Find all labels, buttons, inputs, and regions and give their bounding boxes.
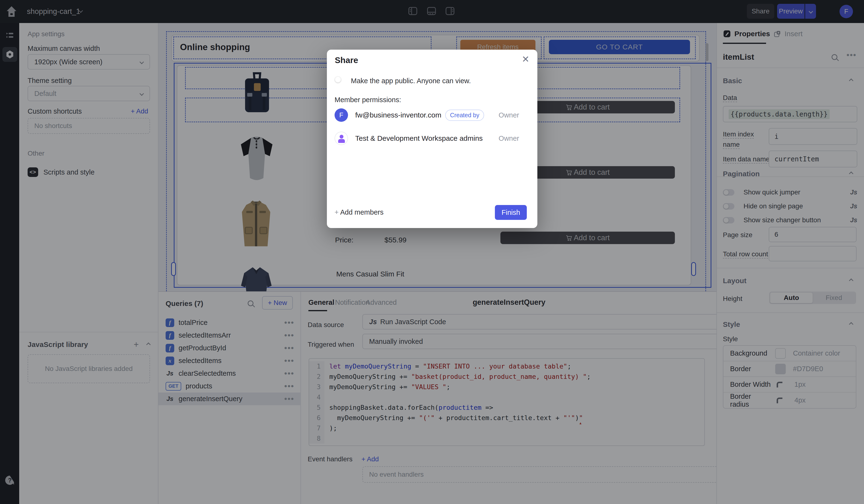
add-members-label: Add members	[340, 208, 384, 216]
member-row[interactable]: F fw@business-inventor.com Created by Ow…	[335, 108, 530, 122]
close-icon[interactable]: ✕	[522, 54, 529, 64]
add-members-button[interactable]: + Add members	[335, 208, 384, 216]
group-avatar-icon	[335, 132, 348, 145]
member-permissions-label: Member permissions:	[335, 96, 401, 104]
app-root: Online shopping Refresh items GO TO CART	[0, 0, 864, 504]
finish-button[interactable]: Finish	[495, 205, 527, 220]
member-name: fw@business-inventor.com	[355, 111, 441, 119]
created-by-badge: Created by	[445, 110, 484, 121]
public-toggle-label: Make the app public. Anyone can view.	[351, 77, 471, 85]
modal-title: Share	[335, 56, 358, 65]
member-role[interactable]: Owner	[499, 135, 519, 143]
member-role[interactable]: Owner	[499, 111, 519, 119]
member-row[interactable]: Test & Development Workspace admins Owne…	[335, 131, 530, 146]
member-name: Test & Development Workspace admins	[355, 134, 483, 143]
member-avatar: F	[335, 108, 348, 122]
share-modal: Share ✕ Make the app public. Anyone can …	[327, 50, 537, 228]
